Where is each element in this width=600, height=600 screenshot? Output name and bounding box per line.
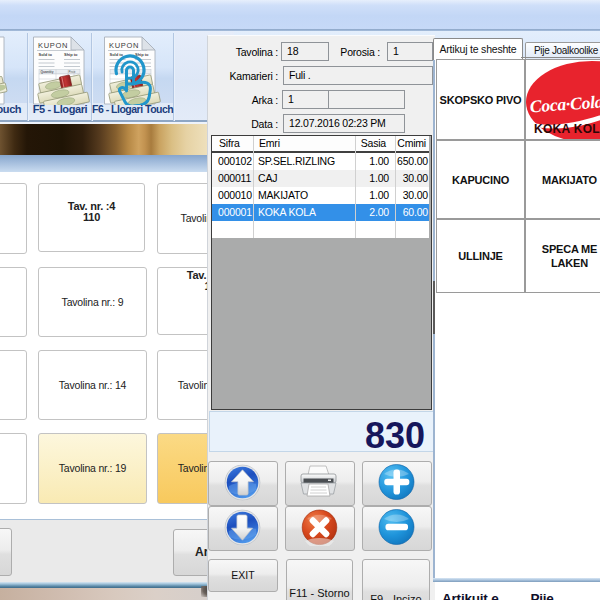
- svg-text:KOKA KOLA: KOKA KOLA: [534, 122, 600, 136]
- svg-text:Sold to: Sold to: [39, 52, 53, 57]
- svg-text:KUPON: KUPON: [38, 41, 68, 50]
- svg-text:Sold to: Sold to: [110, 52, 124, 57]
- svg-text:Ship to: Ship to: [64, 52, 78, 57]
- svg-text:Quantity: Quantity: [41, 70, 54, 74]
- svg-text:Price: Price: [69, 70, 76, 74]
- svg-text:KUPON: KUPON: [109, 41, 139, 50]
